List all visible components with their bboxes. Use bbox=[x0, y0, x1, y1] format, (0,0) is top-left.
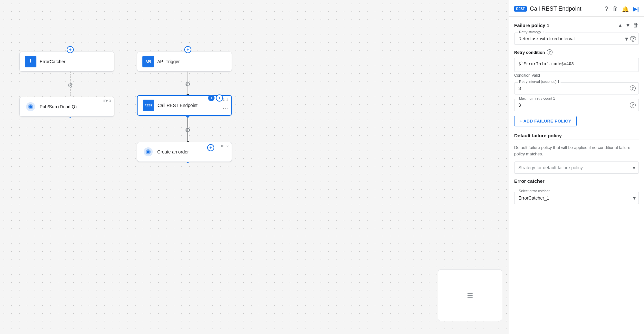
right-panel: REST Call REST Endpoint ? 🗑 🔔 ▶| Failure… bbox=[509, 0, 644, 334]
condition-valid-text: Condition Valid bbox=[514, 73, 639, 78]
section-divider bbox=[514, 140, 639, 140]
panel-rest-badge: REST bbox=[514, 6, 527, 12]
max-retry-help[interactable]: ? bbox=[630, 102, 636, 108]
api-trigger-node[interactable]: API API Trigger bbox=[137, 52, 232, 72]
delete-icon[interactable]: 🗑 bbox=[612, 5, 618, 12]
add-failure-policy-btn[interactable]: + ADD FAILURE POLICY bbox=[514, 116, 577, 126]
fp-delete-btn[interactable]: 🗑 bbox=[633, 22, 639, 29]
panel-body: Failure policy 1 ▲ ▼ 🗑 Retry strategy 1 … bbox=[509, 17, 644, 334]
order-label: Create an order bbox=[157, 149, 189, 154]
error-catcher-arrow: ▾ bbox=[633, 195, 636, 201]
gear-icon-2[interactable]: ⚙ bbox=[185, 80, 191, 88]
api-icon: API bbox=[142, 56, 154, 67]
pubsub-id: ID: 3 bbox=[103, 99, 111, 103]
merge-icon: 1 bbox=[208, 95, 215, 101]
retry-interval-help[interactable]: ? bbox=[630, 85, 636, 91]
retry-strategy-dropdown[interactable]: ▾ bbox=[625, 35, 628, 43]
pubsub-icon bbox=[25, 101, 36, 113]
order-icon bbox=[142, 146, 154, 158]
retry-interval-field[interactable]: Retry interval (seconds) 1 3 bbox=[514, 82, 639, 94]
error-catcher-select-label: Select error catcher bbox=[517, 189, 551, 193]
error-catcher-select-wrapper[interactable]: Select error catcher ErrorCatcher_1 ▾ bbox=[514, 192, 639, 204]
order-id: ID: 2 bbox=[221, 144, 228, 148]
gear-icon-1[interactable]: ⚙ bbox=[67, 82, 73, 89]
error-catcher-divider bbox=[514, 187, 639, 187]
fp-up-btn[interactable]: ▲ bbox=[618, 23, 623, 28]
svg-point-8 bbox=[29, 105, 32, 108]
error-catcher-icon: ! bbox=[25, 56, 36, 67]
panel-header: REST Call REST Endpoint ? 🗑 🔔 ▶| bbox=[509, 0, 644, 17]
bell-icon[interactable]: 🔔 bbox=[622, 5, 629, 13]
default-strategy-arrow: ▾ bbox=[633, 165, 635, 171]
default-fp-desc: Default failure policy that will be appl… bbox=[514, 144, 639, 157]
error-catcher-section-title: Error catcher bbox=[514, 178, 639, 184]
max-retry-value: 3 bbox=[518, 102, 635, 108]
svg-point-11 bbox=[147, 151, 149, 153]
retry-condition-help[interactable]: ? bbox=[547, 49, 553, 55]
error-catcher-node[interactable]: ! ErrorCatcher bbox=[19, 52, 114, 72]
rest-icon: REST bbox=[143, 100, 154, 111]
retry-strategy-label: Retry strategy 1 bbox=[518, 30, 545, 34]
add-node-btn-1[interactable]: + bbox=[67, 46, 74, 53]
mini-map: ≡ bbox=[438, 270, 502, 321]
retry-interval-value: 3 bbox=[518, 85, 635, 92]
fp-controls: ▲ ▼ 🗑 bbox=[618, 22, 639, 29]
retry-interval-wrapper: Retry interval (seconds) 1 3 ? bbox=[514, 82, 639, 94]
error-catcher-select[interactable]: ErrorCatcher_1 bbox=[514, 192, 639, 204]
pubsub-label: Pub/Sub (Dead Q) bbox=[40, 104, 77, 109]
max-retry-field[interactable]: Maximum retry count 1 3 bbox=[514, 99, 639, 111]
max-retry-wrapper: Maximum retry count 1 3 ? bbox=[514, 99, 639, 111]
error-catcher-label: ErrorCatcher bbox=[40, 59, 65, 64]
panel-header-icons: ? 🗑 🔔 ▶| bbox=[605, 5, 639, 13]
retry-strategy-actions: ▾ ? bbox=[625, 35, 636, 43]
node-menu-btn[interactable]: ⋯ bbox=[222, 105, 228, 112]
panel-title: Call REST Endpoint bbox=[530, 5, 601, 12]
retry-strategy-field[interactable]: Retry strategy 1 Retry task with fixed i… bbox=[514, 33, 639, 45]
canvas-area: ⚙ ⚙ ⚙ + + + 1 + ! ErrorCatcher Pub/Sub (… bbox=[0, 0, 509, 334]
retry-condition-section: Retry condition ? bbox=[514, 49, 639, 55]
failure-policy-header: Failure policy 1 ▲ ▼ 🗑 bbox=[514, 22, 639, 29]
collapse-icon[interactable]: ▶| bbox=[633, 5, 639, 13]
gear-icon-3[interactable]: ⚙ bbox=[185, 126, 191, 134]
rest-label: Call REST Endpoint bbox=[158, 103, 197, 108]
pubsub-node[interactable]: Pub/Sub (Dead Q) ID: 3 bbox=[19, 97, 114, 117]
api-trigger-label: API Trigger bbox=[157, 59, 180, 64]
add-node-btn-2[interactable]: + bbox=[184, 46, 191, 53]
max-retry-label: Maximum retry count 1 bbox=[518, 96, 556, 100]
retry-interval-label: Retry interval (seconds) 1 bbox=[518, 80, 561, 84]
fp-down-btn[interactable]: ▼ bbox=[625, 23, 630, 28]
failure-policy-title: Failure policy 1 bbox=[514, 23, 549, 28]
mini-map-icon: ≡ bbox=[467, 290, 473, 301]
order-node[interactable]: Create an order ID: 2 bbox=[137, 142, 232, 162]
default-fp-title: Default failure policy bbox=[514, 133, 639, 138]
add-node-btn-3[interactable]: + bbox=[207, 144, 214, 151]
retry-strategy-help[interactable]: ? bbox=[630, 36, 636, 42]
retry-condition-code[interactable]: $`ErrorInfo`.code$=408 bbox=[514, 58, 639, 72]
help-icon[interactable]: ? bbox=[605, 5, 608, 13]
fork-btn[interactable]: + bbox=[216, 94, 223, 102]
retry-strategy-value: Retry task with fixed interval bbox=[518, 35, 635, 42]
default-strategy-select[interactable]: Strategy for default failure policy ▾ bbox=[514, 162, 639, 174]
